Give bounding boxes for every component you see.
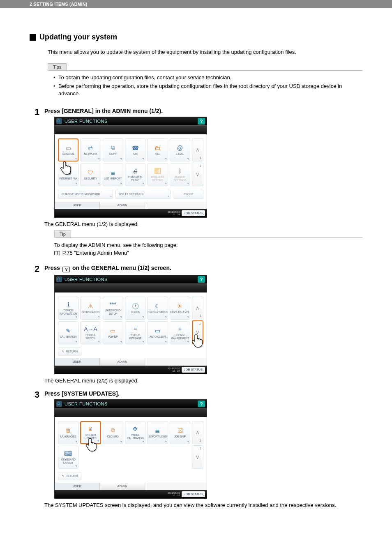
info-icon: ℹ — [64, 301, 73, 308]
printer-icon: 🖨 — [131, 167, 140, 175]
list-report-button[interactable]: ≣LIST / REPORT — [103, 163, 123, 186]
8021x-button[interactable]: 802.1X SETTINGS — [115, 190, 171, 199]
tip-line-2: P.75 "Entering Admin Menu" — [54, 249, 362, 257]
email-icon: @ — [175, 144, 184, 152]
return-button[interactable]: ↰RETURN — [58, 348, 81, 356]
notification-button[interactable]: ⚠NOTIFICATION — [80, 297, 101, 320]
leaf-icon: ☾ — [153, 302, 162, 310]
cloning-button[interactable]: ⧉CLONING — [103, 421, 123, 444]
network-icon: ⇄ — [86, 144, 95, 152]
file-button[interactable]: 🗀FILE — [147, 138, 168, 161]
popup-icon: ▭ — [108, 327, 118, 334]
lang-icon: 🗎 — [64, 427, 73, 434]
return-arrow-icon: ↰ — [62, 474, 64, 478]
email-button[interactable]: @E-MAIL — [170, 138, 190, 161]
page-up-button[interactable]: ∧2 — [192, 421, 203, 444]
message-icon: ≡ — [131, 325, 140, 333]
step-2: 2 Press ∨ on the GENERAL menu (1/2) scre… — [30, 265, 362, 387]
ss-tabs: USER ADMIN — [55, 202, 207, 209]
general-icon: ▭ — [64, 144, 73, 152]
key-icon: *** — [108, 301, 118, 308]
tip-box: Tip To display the ADMIN menu, see the f… — [54, 230, 362, 257]
wireless-button[interactable]: 📶WIRELESS SETTING — [147, 163, 168, 186]
job-status-button[interactable]: JOB STATUS — [182, 210, 205, 216]
printer-efiling-button[interactable]: 🖨PRINTER /e-FILING — [125, 163, 145, 186]
return-button[interactable]: ↰RETURN — [58, 472, 81, 480]
tip-label: Tip — [54, 230, 71, 237]
calibration-button[interactable]: ✎CALIBRATION — [58, 321, 78, 344]
page-down-button[interactable]: ∨2 — [192, 445, 203, 469]
help-button[interactable]: ? — [198, 118, 205, 124]
panel-calibration-button[interactable]: ✥PANEL CALIBRATION — [125, 421, 145, 444]
job-skip-button[interactable]: ⮽JOB SKIP — [170, 421, 190, 444]
chapter-text: 2 SETTING ITEMS (ADMIN) — [30, 2, 87, 7]
step-2-caption: The GENERAL menu (2/2) is displayed. — [44, 378, 362, 384]
bluetooth-button[interactable]: ᛒBluetooth SETTINGS — [170, 163, 190, 186]
home-icon[interactable] — [56, 276, 62, 282]
general-button[interactable]: ▭GENERAL — [58, 138, 78, 161]
ss-title: USER FUNCTIONS — [65, 119, 108, 124]
log-icon: ≣ — [153, 427, 162, 434]
tab-user[interactable]: USER — [55, 358, 100, 366]
device-info-button[interactable]: ℹDEVICE INFORMATION — [58, 297, 78, 320]
internet-fax-icon: 🖶 — [64, 169, 73, 176]
job-status-button[interactable]: JOB STATUS — [182, 367, 205, 373]
network-button[interactable]: ⇄NETWORK — [80, 138, 101, 161]
job-status-button[interactable]: JOB STATUS — [182, 491, 205, 497]
ss-titlebar: USER FUNCTIONS ? — [55, 117, 207, 125]
page-down-button[interactable]: ∨2 — [192, 320, 203, 344]
tab-user[interactable]: USER — [55, 483, 100, 490]
security-button[interactable]: 🛡SECURITY — [80, 163, 101, 186]
square-bullet-icon — [30, 34, 36, 41]
display-level-button[interactable]: ☀DISPLAY LEVEL — [170, 297, 190, 320]
step-1-title: Press [GENERAL] in the ADMIN menu (1/2). — [44, 108, 362, 114]
tab-admin[interactable]: ADMIN — [100, 483, 145, 490]
page-footer: 114 Setting General Functions — [0, 548, 392, 555]
clear-icon: ▭ — [153, 327, 162, 334]
home-icon[interactable] — [56, 118, 62, 124]
status-message-button[interactable]: ≡STATUS MESSAGE — [125, 321, 145, 344]
keyboard-layout-button[interactable]: ⌨KEYBOARD LAYOUT — [58, 446, 78, 469]
clock-button[interactable]: 🕐CLOCK — [125, 297, 145, 320]
tab-user[interactable]: USER — [55, 202, 100, 209]
license-icon: ＋ — [175, 325, 184, 333]
screenshot-general-menu-2: USER FUNCTIONS? 🗎LANGUAGES 🗎SYSTEM UPDAT… — [54, 399, 207, 499]
energy-saver-button[interactable]: ☾ENERGY SAVER — [147, 297, 168, 320]
section-heading: Updating your system — [30, 33, 362, 41]
password-setup-button[interactable]: ***PASSWORD SETUP — [103, 297, 123, 320]
step-number: 1 — [30, 108, 44, 261]
update-icon: 🗎 — [86, 425, 95, 433]
license-mgmt-button[interactable]: ＋LICENSE MANAGEMENT — [170, 321, 190, 344]
fax-button[interactable]: ☎FAX — [125, 138, 145, 161]
page-up-button[interactable]: ∧1 — [192, 297, 203, 320]
languages-button[interactable]: 🗎LANGUAGES — [58, 421, 78, 444]
home-icon[interactable] — [56, 401, 62, 407]
return-arrow-icon: ↰ — [62, 350, 64, 353]
close-button[interactable]: CLOSE — [174, 190, 203, 199]
section-intro: This menu allows you to update the syste… — [48, 49, 362, 55]
internet-fax-button[interactable]: 🖶INTERNET FAX — [58, 163, 78, 186]
page-content: Updating your system This menu allows yo… — [0, 8, 392, 531]
tips-box: Tips To obtain the updating configuratio… — [48, 63, 362, 98]
export-logs-button[interactable]: ≣EXPORT LOGS — [147, 421, 168, 444]
register-icon: A→A — [86, 325, 95, 333]
copy-icon: ⧉ — [108, 144, 118, 152]
popup-button[interactable]: ▭POP UP — [103, 321, 123, 344]
help-button[interactable]: ? — [198, 276, 205, 283]
copy-button[interactable]: ⧉COPY — [103, 138, 123, 161]
auto-clear-button[interactable]: ▭AUTO CLEAR — [147, 321, 168, 344]
section-title: Updating your system — [39, 33, 117, 41]
tab-admin[interactable]: ADMIN — [100, 202, 145, 209]
step-2-title: Press ∨ on the GENERAL menu (1/2) screen… — [44, 265, 362, 272]
system-updates-button[interactable]: 🗎SYSTEM UPDATES — [80, 421, 101, 444]
page-up-button[interactable]: ∧1 — [192, 138, 203, 162]
ss-statusbar: 2011/05/1010 : 24 JOB STATUS — [55, 209, 207, 217]
registration-button[interactable]: A→AREGIST- RATION — [80, 321, 101, 344]
help-button[interactable]: ? — [198, 401, 205, 407]
change-password-button[interactable]: CHANGE USER PASSWORD — [58, 190, 113, 199]
tab-admin[interactable]: ADMIN — [100, 358, 145, 366]
tips-body: To obtain the updating configuration fil… — [48, 70, 362, 98]
step-3-caption: The SYSTEM UPDATES screen is displayed, … — [44, 502, 362, 508]
page-down-button[interactable]: ∨2 — [192, 163, 203, 186]
tip-line-1: To display the ADMIN menu, see the follo… — [54, 241, 362, 249]
